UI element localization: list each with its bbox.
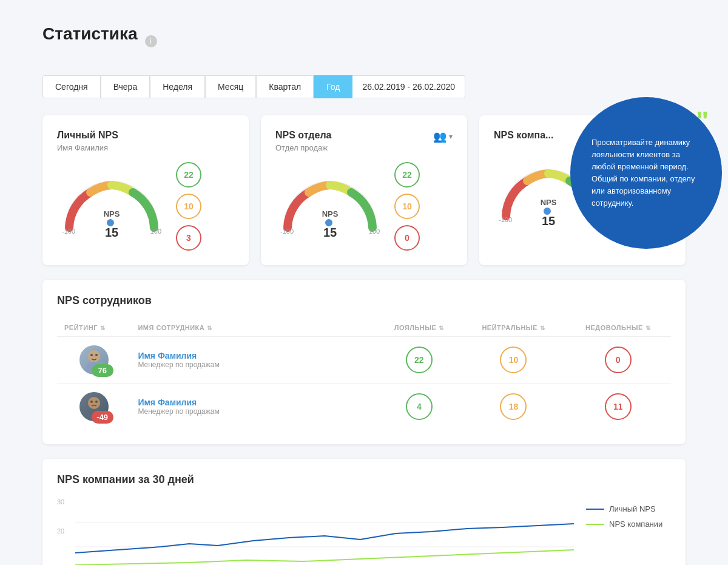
chart-section-title: NPS компании за 30 дней [57, 473, 671, 486]
neutral-cell-1: 10 [462, 337, 565, 384]
disloyal-badge-1: 0 [605, 347, 632, 373]
svg-point-8 [90, 354, 93, 356]
filter-neutral-icon: ⇅ [540, 325, 545, 331]
gauge-value-personal: 15 [105, 226, 118, 240]
loyal-badge-1: 22 [406, 347, 433, 373]
svg-point-12 [90, 401, 93, 403]
table-row: -49 Имя Фамилия Менеджер по продажам 4 [57, 384, 671, 430]
badge-disloyal-personal: 3 [176, 225, 201, 251]
table-row: 76 Имя Фамилия Менеджер по продажам 22 [57, 337, 671, 384]
gauge-dept: NPS -100 100 15 [275, 173, 385, 240]
gauge-value-dept: 15 [323, 226, 337, 240]
page-title: Статистика [42, 24, 138, 44]
loyal-cell-2: 4 [376, 384, 462, 430]
employee-cell-1: Имя Фамилия Менеджер по продажам [130, 337, 376, 384]
col-name-filter[interactable]: Имя сотрудника ⇅ [138, 324, 212, 331]
disloyal-badge-2: 11 [605, 393, 632, 420]
employees-section-title: NPS сотрудников [57, 294, 671, 307]
gauge-max-dept: 100 [369, 228, 380, 235]
legend-line-blue [586, 509, 604, 510]
neutral-cell-2: 18 [462, 384, 565, 430]
tab-quarter[interactable]: Квартал [256, 75, 314, 98]
legend-label-personal: Личный NPS [609, 504, 656, 513]
employees-section: NPS сотрудников Рейтинг ⇅ Имя сотрудника… [42, 280, 686, 444]
tab-yesterday[interactable]: Вчера [101, 75, 150, 98]
svg-text:NPS: NPS [322, 209, 339, 218]
info-icon[interactable]: i [145, 35, 157, 47]
tab-week[interactable]: Неделя [150, 75, 205, 98]
rating-badge-2: -49 [92, 411, 113, 424]
gauge-min-company: -100 [499, 216, 512, 223]
chart-canvas: 30 20 [57, 498, 574, 565]
chevron-down-icon: ▾ [449, 132, 453, 141]
employee-name-1[interactable]: Имя Фамилия [138, 351, 219, 360]
loyal-badge-2: 4 [406, 393, 433, 420]
badge-neutral-dept: 10 [394, 194, 420, 219]
quote-icon: " [696, 108, 709, 135]
gauge-min-dept: -100 [280, 228, 294, 235]
dept-nps-card: NPS отдела Отдел продаж 👥 ▾ [261, 115, 467, 265]
rating-cell-1: 76 [57, 337, 130, 384]
personal-nps-subtitle: Имя Фамилия [57, 143, 118, 152]
badge-loyal-dept: 22 [394, 162, 420, 188]
svg-point-9 [95, 354, 98, 356]
company-nps-title: NPS компа... [494, 130, 553, 141]
personal-nps-title: Личный NPS [57, 130, 118, 141]
neutral-badge-1: 10 [500, 347, 527, 373]
chart-section: NPS компании за 30 дней 30 20 Лич [42, 459, 686, 565]
svg-point-13 [95, 401, 98, 403]
gauge-personal: NPS -100 100 15 [57, 173, 166, 240]
personal-nps-card: Личный NPS Имя Фамилия [42, 115, 249, 265]
tab-year[interactable]: Год [314, 75, 352, 98]
badge-disloyal-dept: 0 [394, 225, 420, 251]
period-tabs: Сегодня Вчера Неделя Месяц Квартал Год 2… [42, 75, 686, 98]
tooltip-text: Просматривайте динамику лояльности клиен… [592, 137, 701, 210]
filter-loyal-icon: ⇅ [439, 325, 444, 331]
col-rating-filter[interactable]: Рейтинг ⇅ [64, 324, 105, 331]
tab-today[interactable]: Сегодня [42, 75, 101, 98]
chart-legend: Личный NPS NPS компании [586, 498, 671, 565]
legend-label-company: NPS компании [609, 519, 662, 529]
people-icon: 👥 [433, 130, 447, 143]
employee-role-2: Менеджер по продажам [138, 407, 219, 416]
gauge-value-company: 15 [542, 214, 555, 228]
badges-dept: 22 10 0 [394, 162, 420, 251]
legend-line-green [586, 524, 604, 525]
col-loyal-filter[interactable]: Лояльные ⇅ [394, 324, 444, 331]
neutral-badge-2: 18 [500, 393, 527, 420]
gauge-min: -100 [62, 228, 75, 235]
rating-badge-1: 76 [92, 364, 113, 377]
employees-table: Рейтинг ⇅ Имя сотрудника ⇅ Лояльные [57, 319, 671, 430]
badges-personal: 22 10 3 [176, 162, 201, 251]
col-loyal: Лояльные ⇅ [376, 319, 462, 337]
svg-point-10 [88, 397, 100, 409]
col-disloyal: Недовольные ⇅ [565, 319, 672, 337]
badge-loyal-personal: 22 [176, 162, 201, 188]
employee-cell-2: Имя Фамилия Менеджер по продажам [130, 384, 376, 430]
col-neutral: Нейтральные ⇅ [462, 319, 565, 337]
department-select-btn[interactable]: 👥 ▾ [433, 130, 453, 143]
filter-disloyal-icon: ⇅ [645, 325, 651, 331]
legend-personal: Личный NPS [586, 504, 671, 513]
filter-rating-icon: ⇅ [100, 325, 106, 331]
chart-y-label-30: 30 [57, 498, 574, 506]
legend-company: NPS компании [586, 519, 671, 529]
rating-cell-2: -49 [57, 384, 130, 430]
date-range: 26.02.2019 - 26.02.2020 [352, 75, 465, 98]
badge-neutral-personal: 10 [176, 194, 201, 219]
employee-role-1: Менеджер по продажам [138, 360, 219, 369]
col-disloyal-filter[interactable]: Недовольные ⇅ [585, 324, 650, 331]
col-name: Имя сотрудника ⇅ [130, 319, 376, 337]
filter-name-icon: ⇅ [207, 325, 212, 331]
disloyal-cell-2: 11 [565, 384, 672, 430]
svg-text:NPS: NPS [541, 198, 557, 207]
svg-text:NPS: NPS [104, 209, 120, 218]
loyal-cell-1: 22 [376, 337, 462, 384]
dept-nps-title: NPS отдела [275, 130, 331, 141]
employee-name-2[interactable]: Имя Фамилия [138, 398, 219, 407]
tab-month[interactable]: Месяц [205, 75, 256, 98]
col-rating: Рейтинг ⇅ [57, 319, 130, 337]
col-neutral-filter[interactable]: Нейтральные ⇅ [482, 324, 545, 331]
svg-point-6 [88, 350, 100, 362]
dept-nps-subtitle: Отдел продаж [275, 143, 331, 152]
